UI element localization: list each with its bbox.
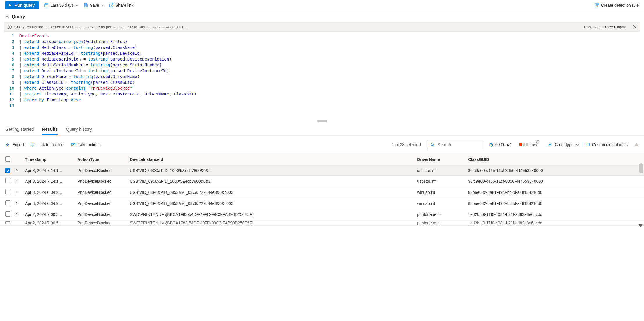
- query-title: Query: [12, 14, 25, 19]
- main-toolbar: Run query Last 30 days Save Share link C…: [0, 0, 644, 11]
- query-section-header[interactable]: Query: [0, 11, 644, 22]
- svg-rect-6: [586, 143, 589, 146]
- header-classguid[interactable]: ClassGUID: [466, 153, 644, 166]
- save-button[interactable]: Save: [84, 3, 104, 8]
- svg-rect-0: [45, 4, 48, 7]
- create-rule-label: Create detection rule: [601, 3, 639, 8]
- cell-drivername: usbstor.inf: [415, 166, 466, 176]
- row-checkbox[interactable]: [5, 189, 10, 194]
- table-row[interactable]: Apr 2, 2024 7:00:5...PnpDeviceBlockedSWD…: [0, 209, 644, 220]
- chevron-down-icon: [101, 4, 104, 7]
- table-row[interactable]: Apr 2, 2024 7:00:5PnpDeviceBlockedSWD\PR…: [0, 220, 644, 226]
- row-checkbox[interactable]: [5, 168, 10, 173]
- banner-message: Query results are presented in your loca…: [14, 25, 581, 29]
- cell-timestamp: Apr 8, 2024 7:14:1...: [23, 176, 75, 187]
- chevron-up-icon: [5, 15, 9, 19]
- editor-code[interactable]: DeviceEvents| extend parsed=parse_json(A…: [19, 32, 196, 109]
- customize-columns-label: Customize columns: [592, 142, 628, 147]
- cell-drivername: printqueue.inf: [415, 209, 466, 220]
- cell-deviceinstanceid: USB\VID_03F0&PID_0853&MI_03\6&227844e3&0…: [127, 187, 415, 198]
- row-checkbox[interactable]: [5, 178, 10, 183]
- cell-deviceinstanceid: USB\VID_090C&PID_1000\5&ecb7860&0&2: [127, 166, 415, 176]
- tab-results[interactable]: Results: [42, 125, 58, 135]
- cell-timestamp: Apr 2, 2024 7:00:5...: [23, 209, 75, 220]
- table-row[interactable]: Apr 8, 2024 6:34:2...PnpDeviceBlockedUSB…: [0, 198, 644, 209]
- cell-timestamp: Apr 8, 2024 6:34:2...: [23, 198, 75, 209]
- chevron-right-icon[interactable]: [15, 201, 19, 205]
- selection-count: 1 of 28 selected: [392, 142, 421, 147]
- download-icon: [5, 142, 10, 147]
- scroll-down-icon[interactable]: [638, 224, 643, 227]
- table-header-row: Timestamp ActionType DeviceInstanceId Dr…: [0, 153, 644, 166]
- share-label: Share link: [116, 3, 134, 8]
- cell-actiontype: PnpDeviceBlocked: [75, 166, 127, 176]
- customize-columns-button[interactable]: Customize columns: [585, 142, 628, 147]
- severity-indicator: Low i: [518, 142, 542, 147]
- chart-icon: [548, 142, 552, 147]
- cell-deviceinstanceid: USB\VID_090C&PID_1000\5&ecb7860&0&2: [127, 176, 415, 187]
- cell-classguid: 88bae032-5a81-49f0-bc3d-a4ff138216d6: [466, 187, 644, 198]
- header-drivername[interactable]: DriverName: [415, 153, 466, 166]
- banner-dismiss-link[interactable]: Don't want to see it again: [584, 25, 630, 29]
- row-checkbox[interactable]: [5, 221, 10, 224]
- cell-classguid: 36fc9e60-c465-11cf-8056-444553540000: [466, 166, 644, 176]
- vertical-scrollbar-thumb[interactable]: [639, 163, 643, 173]
- chart-type-button[interactable]: Chart type: [548, 142, 579, 147]
- severity-blocks-icon: [519, 143, 528, 146]
- create-detection-rule-button[interactable]: Create detection rule: [595, 3, 639, 8]
- results-toolbar: Export Link to incident Take actions 1 o…: [0, 136, 644, 153]
- cell-actiontype: PnpDeviceBlocked: [75, 198, 127, 209]
- share-link-button[interactable]: Share link: [109, 3, 134, 8]
- cell-actiontype: PnpDeviceBlocked: [75, 187, 127, 198]
- query-editor[interactable]: 12345678910111213 DeviceEvents| extend p…: [0, 32, 644, 109]
- table-row[interactable]: Apr 8, 2024 6:34:2...PnpDeviceBlockedUSB…: [0, 187, 644, 198]
- time-range-picker[interactable]: Last 30 days: [44, 3, 78, 8]
- save-icon: [84, 3, 88, 8]
- cell-drivername: winusb.inf: [415, 187, 466, 198]
- tab-getting-started[interactable]: Getting started: [5, 125, 34, 135]
- row-checkbox[interactable]: [5, 211, 10, 217]
- calendar-icon: [44, 3, 49, 8]
- chevron-right-icon[interactable]: [15, 190, 19, 194]
- cell-deviceinstanceid: USB\VID_03F0&PID_0853&MI_03\6&227844e3&0…: [127, 198, 415, 209]
- search-input[interactable]: [437, 142, 479, 147]
- run-query-button[interactable]: Run query: [5, 1, 39, 9]
- info-icon[interactable]: i: [536, 140, 540, 144]
- cell-timestamp: Apr 8, 2024 6:34:2...: [23, 187, 75, 198]
- close-icon[interactable]: [633, 25, 637, 29]
- pane-splitter[interactable]: [0, 120, 644, 123]
- query-timer: 00:00.47: [489, 142, 511, 147]
- chevron-right-icon[interactable]: [15, 179, 19, 183]
- scroll-up-icon[interactable]: [634, 143, 639, 146]
- cell-classguid: 36fc9e60-c465-11cf-8056-444553540000: [466, 176, 644, 187]
- editor-gutter: 12345678910111213: [4, 32, 19, 109]
- select-all-checkbox[interactable]: [5, 156, 10, 162]
- link-to-incident-button[interactable]: Link to incident: [30, 142, 64, 147]
- results-table-wrap: Timestamp ActionType DeviceInstanceId Dr…: [0, 153, 644, 227]
- row-checkbox[interactable]: [5, 200, 10, 205]
- results-search-box[interactable]: [427, 140, 482, 149]
- actions-icon: [71, 142, 76, 147]
- cell-drivername: usbstor.inf: [415, 176, 466, 187]
- cell-deviceinstanceid: SWD\PRINTENUM\{BBCA1F83-54DF-49FD-99C3-F…: [127, 209, 415, 220]
- time-range-label: Last 30 days: [50, 3, 73, 8]
- shield-icon: [30, 142, 35, 147]
- table-row[interactable]: Apr 8, 2024 7:14:1...PnpDeviceBlockedUSB…: [0, 166, 644, 176]
- tab-query-history[interactable]: Query history: [66, 125, 92, 135]
- results-tabstrip: Getting started Results Query history: [0, 123, 644, 136]
- header-actiontype[interactable]: ActionType: [75, 153, 127, 166]
- chevron-right-icon[interactable]: [15, 169, 19, 172]
- columns-icon: [585, 142, 590, 147]
- svg-point-4: [431, 143, 433, 146]
- chevron-right-icon[interactable]: [15, 212, 19, 216]
- header-deviceinstanceid[interactable]: DeviceInstanceId: [127, 153, 415, 166]
- header-timestamp[interactable]: Timestamp: [23, 153, 75, 166]
- link-incident-label: Link to incident: [37, 142, 64, 147]
- export-button[interactable]: Export: [5, 142, 24, 147]
- cell-timestamp: Apr 8, 2024 7:14:1...: [23, 166, 75, 176]
- results-table: Timestamp ActionType DeviceInstanceId Dr…: [0, 153, 644, 226]
- chevron-down-icon: [576, 143, 579, 146]
- chart-type-label: Chart type: [555, 142, 574, 147]
- take-actions-button[interactable]: Take actions: [71, 142, 101, 147]
- table-row[interactable]: Apr 8, 2024 7:14:1...PnpDeviceBlockedUSB…: [0, 176, 644, 187]
